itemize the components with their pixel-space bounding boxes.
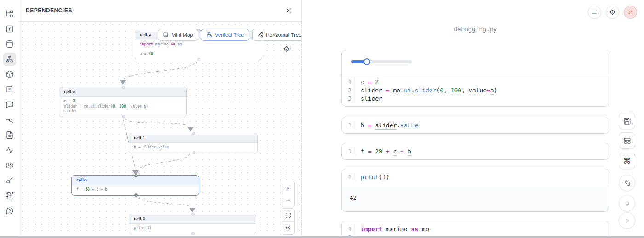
secrets-icon[interactable] [3,174,16,187]
locate-node-icon[interactable] [282,221,294,234]
slider-thumb[interactable] [363,58,370,65]
cell-editor[interactable]: 1f = 20 + c + b [342,143,609,160]
horizontal-scrollbar[interactable] [0,236,644,238]
dependencies-icon[interactable] [3,53,16,66]
slider-widget[interactable] [351,60,412,63]
notebook-cell-f: 1f = 20 + c + b [341,143,610,160]
mini-map-button[interactable]: Mini Map [158,29,198,41]
cell-editor[interactable]: 1c = 2 2slider = mo.ui.slider(0, 100, va… [342,74,609,107]
run-all-play-icon[interactable] [619,212,635,229]
graph-code-line: a = 20 [140,52,257,57]
snippets-icon[interactable] [3,129,16,142]
graph-node-title: cell-0 [59,87,186,97]
graph-code-line [140,47,257,52]
graph-node-title: cell-3 [129,214,256,224]
shutdown-close-icon[interactable] [624,6,637,19]
graph-node-cell-1[interactable]: cell-1 b = slider.value [129,133,258,153]
code-line[interactable]: slider = mo.ui.slider(0, 100, value=a) [356,86,609,95]
horizontal-tree-icon [257,32,263,39]
horizontal-tree-button[interactable]: Horizontal Tree [252,29,301,41]
cell-editor[interactable]: 1b = slider.value [342,117,609,134]
marimo-app: DEPENDENCIES cell [0,0,644,238]
line-number: 1 [342,78,356,86]
line-number: 3 [342,95,356,103]
outline-icon[interactable] [3,159,16,172]
cell-output-slider [342,50,609,74]
datasources-icon[interactable] [3,38,16,51]
notebook-cell-b: 1b = slider.value [341,117,610,134]
notebook-settings-gear-icon[interactable]: ⚙ [606,6,619,19]
packages-icon[interactable] [3,68,16,81]
graph-code-line: import marimo as mo [140,42,257,47]
dependencies-panel: DEPENDENCIES cell [19,0,302,238]
help-icon[interactable] [3,204,16,217]
sidebar [0,0,19,238]
layout-toggle-icon[interactable] [619,132,635,149]
notebook-cell-print: 1print(f) 42 [341,169,610,212]
graph-node-title: cell-2 [72,176,199,185]
line-number: 2 [342,86,356,95]
graph-node-cell-0[interactable]: cell-0 c = 2 slider = mo.ui.slider(0, 10… [59,87,187,117]
notebook-cell-slider: 1c = 2 2slider = mo.ui.slider(0, 100, va… [341,50,610,107]
graph-code-line: slider = mo.ui.slider(0, 100, value=a) [64,104,182,109]
line-number: 1 [342,147,356,156]
file-tree-icon[interactable] [3,7,16,20]
graph-code-line: f = 20 + c + b [76,187,194,193]
zoom-in-button[interactable]: + [282,181,294,194]
tracing-icon[interactable] [3,144,16,157]
line-number: 1 [342,173,356,181]
dependencies-panel-header: DEPENDENCIES [19,0,301,22]
graph-zoom-controls: + − [282,181,295,235]
vertical-tree-button[interactable]: Vertical Tree [201,29,249,41]
code-line[interactable]: f = 20 + c + b [356,147,609,156]
code-line[interactable]: print(f) [356,173,609,181]
code-line[interactable]: import marimo as mo [356,225,609,233]
line-number: 1 [342,121,356,130]
save-icon[interactable] [619,113,635,129]
dependency-graph-canvas[interactable]: cell-4 import marimo as mo a = 20 cell-0… [19,22,301,238]
panel-close-icon[interactable] [285,6,293,15]
graph-code-line: c = 2 [64,99,182,104]
graph-code-line: print(f) [134,226,251,231]
ai-chat-icon[interactable] [3,98,16,111]
graph-code-line: b = slider.value [134,145,253,150]
undo-icon[interactable] [619,175,635,191]
keyboard-shortcuts-icon[interactable]: ⌘ [619,153,635,169]
graph-node-cell-3[interactable]: cell-3 print(f) [129,214,256,234]
fit-view-icon[interactable] [282,209,294,221]
notebook-menu-icon[interactable] [588,6,601,19]
notebook-area: debugging.py ⚙ 1c = 2 2slider = mo.ui.sl… [302,0,644,238]
code-line[interactable]: c = 2 [356,78,609,86]
cell-editor[interactable]: 1print(f) [342,169,609,186]
scratchpad-icon[interactable] [3,189,16,202]
graph-node-cell-2-selected[interactable]: cell-2 f = 20 + c + b [71,175,199,196]
logs-icon[interactable] [3,113,16,126]
graph-code-line: slider [64,109,182,114]
line-number: 1 [342,225,356,233]
graph-settings-gear-icon[interactable]: ⚙ [283,45,290,53]
mini-map-icon [163,32,169,39]
graph-node-title: cell-1 [129,133,257,143]
graph-view-toolbar: Mini Map Vertical Tree Horizontal Tree [158,29,301,41]
code-line[interactable]: slider [356,95,609,103]
stop-icon[interactable] [619,195,635,211]
functions-icon[interactable] [3,23,16,35]
panel-title: DEPENDENCIES [26,7,72,14]
vertical-tree-icon [206,32,212,39]
documentation-icon[interactable] [3,83,16,96]
zoom-out-button[interactable]: − [282,194,294,207]
notebook-filename: debugging.py [341,26,610,33]
cell-console-output: 42 [342,186,609,212]
code-line[interactable]: b = slider.value [356,121,609,130]
